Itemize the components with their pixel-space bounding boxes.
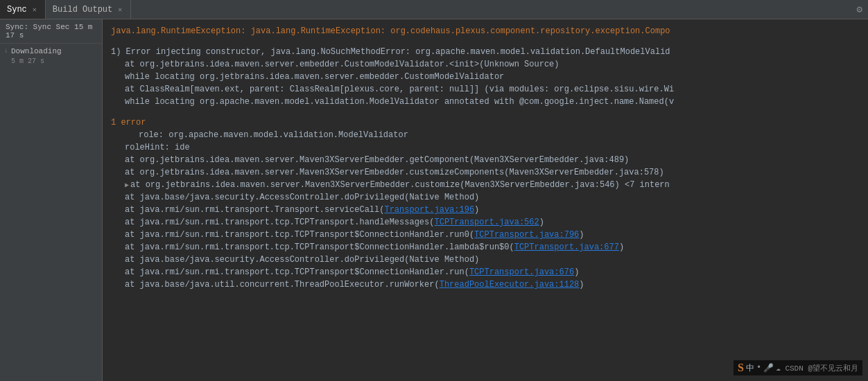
content-line: 1 error xyxy=(111,116,860,129)
content-line: at org.jetbrains.idea.maven.server.Maven… xyxy=(111,154,860,166)
file-link[interactable]: TCPTransport.java:796 xyxy=(474,230,579,240)
input-method-dot: • xyxy=(756,363,761,373)
error-count-text: 1 error xyxy=(111,118,146,127)
input-method-cloud: ☁ CSDN @望不见云和月 xyxy=(776,363,858,373)
content-line: at java.rmi/sun.rmi.transport.Transport.… xyxy=(111,204,860,216)
tab-sync-close[interactable]: ✕ xyxy=(31,5,38,15)
content-line: at java.rmi/sun.rmi.transport.tcp.TCPTra… xyxy=(111,241,860,254)
content-line: at java.rmi/sun.rmi.transport.tcp.TCPTra… xyxy=(111,266,860,278)
tabs-container: Sync ✕ Build Output ✕ xyxy=(0,0,131,19)
content-line: role: org.apache.maven.model.validation.… xyxy=(111,129,860,141)
content-line: while locating org.jetbrains.idea.maven.… xyxy=(111,71,860,83)
content-line: at org.jetbrains.idea.maven.server.Maven… xyxy=(111,166,860,179)
download-icon: ↓ xyxy=(4,47,8,55)
tab-build-output-label: Build Output xyxy=(53,5,112,15)
tab-sync-label: Sync xyxy=(7,5,27,15)
sidebar-item-label: Downloading xyxy=(11,46,62,57)
spacer-line xyxy=(111,37,860,46)
content-line: at ClassRealm[maven.ext, parent: ClassRe… xyxy=(111,83,860,96)
tab-sync[interactable]: Sync ✕ xyxy=(0,0,46,19)
content-line: at java.base/java.util.concurrent.Thread… xyxy=(111,278,860,291)
sidebar-header: Sync: Sync Sec 15 m 17 s xyxy=(0,19,102,44)
content-line: 1) Error injecting constructor, java.lan… xyxy=(111,46,860,58)
content-line: at java.rmi/sun.rmi.transport.tcp.TCPTra… xyxy=(111,216,860,229)
tab-bar: Sync ✕ Build Output ✕ ⚙ xyxy=(0,0,868,19)
content-line: java.lang.RuntimeException: java.lang.Ru… xyxy=(111,25,860,37)
sidebar-item-sublabel: 5 m 27 s xyxy=(11,57,62,67)
input-method-mic: 🎤 xyxy=(763,363,774,373)
sidebar-header-label: Sync: Sync Sec xyxy=(6,23,69,31)
tab-build-output-close[interactable]: ✕ xyxy=(116,5,123,15)
file-link[interactable]: ThreadPoolExecutor.java:1128 xyxy=(440,280,580,290)
input-method-icon: S xyxy=(738,362,744,374)
file-link[interactable]: TCPTransport.java:562 xyxy=(434,218,539,227)
input-method-indicator: S 中 • 🎤 ☁ CSDN @望不见云和月 xyxy=(734,360,862,375)
content-line: roleHint: ide xyxy=(111,141,860,154)
file-link[interactable]: TCPTransport.java:676 xyxy=(469,267,574,277)
content-line: at org.jetbrains.idea.maven.server.embed… xyxy=(111,58,860,71)
spacer-line xyxy=(111,108,860,116)
tab-build-output[interactable]: Build Output ✕ xyxy=(46,0,131,19)
content-line: while locating org.apache.maven.model.va… xyxy=(111,96,860,108)
sidebar: Sync: Sync Sec 15 m 17 s ↓ Downloading 5… xyxy=(0,19,103,381)
sidebar-item-text: Downloading 5 m 27 s xyxy=(11,46,62,67)
file-link[interactable]: Transport.java:196 xyxy=(384,205,474,215)
fold-arrow-icon[interactable]: ▶ xyxy=(125,180,129,190)
content-line: at java.base/java.security.AccessControl… xyxy=(111,254,860,266)
content-line: at java.rmi/sun.rmi.transport.tcp.TCPTra… xyxy=(111,229,860,241)
file-link[interactable]: TCPTransport.java:677 xyxy=(514,242,619,252)
sidebar-item-downloading[interactable]: ↓ Downloading 5 m 27 s xyxy=(0,44,102,69)
content-line: at java.base/java.security.AccessControl… xyxy=(111,191,860,204)
main-content[interactable]: java.lang.RuntimeException: java.lang.Ru… xyxy=(103,19,868,381)
input-method-lang: 中 xyxy=(746,362,754,374)
content-line: ▶at org.jetbrains.idea.maven.server.Mave… xyxy=(111,179,860,191)
settings-icon[interactable]: ⚙ xyxy=(851,3,868,15)
